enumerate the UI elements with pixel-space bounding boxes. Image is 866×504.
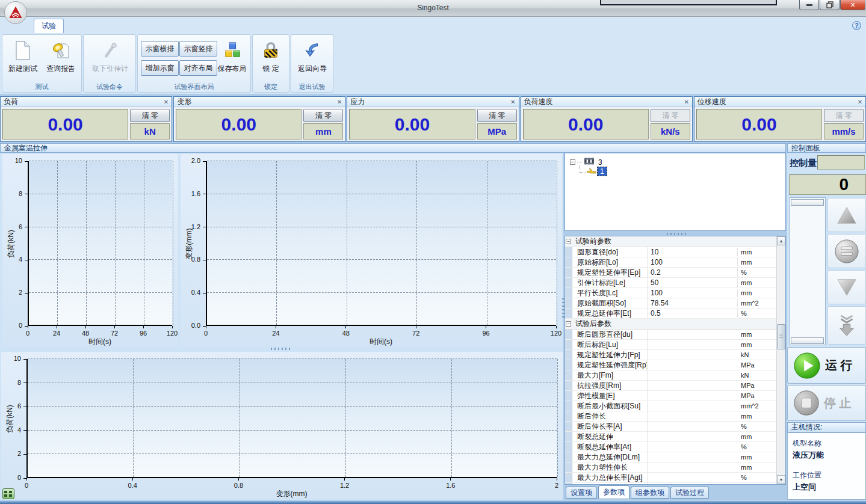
tab-settings[interactable]: 设置项 — [566, 487, 597, 499]
speed-slider-track[interactable] — [790, 197, 826, 345]
close-icon[interactable]: ✕ — [337, 99, 342, 105]
param-row[interactable]: 断后伸长率[A]% — [565, 422, 776, 432]
ribbon-group-label: 试验界面布局 — [138, 82, 250, 91]
param-row[interactable]: 规定总延伸率[Et]0.5% — [565, 309, 776, 319]
close-icon[interactable]: ✕ — [858, 99, 862, 105]
param-value[interactable]: 10 — [648, 248, 738, 256]
app-logo-button[interactable] — [4, 1, 27, 24]
align-layout-button[interactable]: 对齐布局 — [179, 60, 217, 76]
param-group-header[interactable]: −试验后参数 — [565, 319, 776, 330]
param-row[interactable]: 规定塑性延伸强度[Rp]MPa — [565, 360, 776, 370]
scroll-up-button[interactable]: ▲ — [777, 236, 785, 245]
param-row[interactable]: 引伸计标距[Le]50mm — [565, 278, 776, 288]
add-window-button[interactable]: 增加示窗 — [141, 60, 179, 76]
param-row[interactable]: 平行长度[Lc]100mm — [565, 288, 776, 298]
new-test-button[interactable]: 新建测试 — [4, 37, 42, 84]
hold-button[interactable] — [827, 234, 866, 268]
scroll-thumb[interactable] — [777, 324, 785, 349]
layout-grid-icon[interactable] — [2, 488, 14, 499]
param-row[interactable]: 断后最小截面积[Su]mm^2 — [565, 401, 776, 411]
tree-root-row[interactable]: − 3 — [570, 157, 604, 167]
query-report-button[interactable]: 查询报告 — [42, 37, 79, 84]
param-value[interactable]: 0.2 — [648, 268, 738, 277]
param-row[interactable]: 断裂总延伸率[At]% — [565, 442, 776, 452]
clear-button[interactable]: 清 零 — [477, 109, 517, 122]
minimize-button[interactable] — [799, 0, 819, 10]
jog-down-button[interactable] — [827, 270, 866, 304]
host-info: 机型名称 液压万能 工作位置 上空间 — [787, 432, 866, 500]
param-value[interactable]: 78.54 — [648, 299, 738, 307]
close-icon[interactable]: ✕ — [510, 99, 515, 105]
param-row[interactable]: 断裂总延伸mm — [565, 432, 776, 442]
collapse-icon[interactable]: − — [566, 321, 571, 327]
close-button[interactable]: ✕ — [840, 0, 865, 10]
tab-parameters[interactable]: 参数项 — [598, 485, 629, 499]
slider-thumb-bottom[interactable] — [791, 337, 824, 344]
param-value[interactable]: 100 — [648, 258, 738, 266]
tree-item-selected[interactable]: 1 — [580, 167, 607, 176]
horizontal-splitter[interactable] — [271, 348, 291, 350]
param-row[interactable]: 最大力总伸长率[Agt]% — [565, 473, 776, 483]
param-name: 原始标距[Lo] — [565, 257, 648, 268]
param-group-label: 试验前参数 — [575, 236, 611, 247]
clear-button[interactable]: 清 零 — [130, 109, 170, 122]
ribbon-group-test-command: 取下引伸计 试验命令 — [83, 34, 136, 93]
close-icon[interactable]: ✕ — [684, 99, 688, 105]
param-row[interactable]: 最大力[Fm]kN — [565, 370, 776, 381]
stop-button[interactable]: 停 止 — [787, 385, 866, 421]
param-row[interactable]: 最大力塑性伸长mm — [565, 463, 776, 473]
tab-test-process[interactable]: 试验过程 — [670, 487, 709, 499]
scroll-down-button[interactable]: ▼ — [777, 475, 785, 484]
slider-thumb-top[interactable] — [791, 199, 824, 206]
param-row[interactable]: 弹性模量[E]MPa — [565, 391, 776, 401]
parameter-panel: −试验前参数圆形直径[do]10mm原始标距[Lo]100mm规定塑性延伸率[E… — [564, 236, 786, 485]
fast-down-button[interactable] — [827, 306, 866, 345]
param-group-header[interactable]: −试验前参数 — [565, 236, 776, 247]
param-row[interactable]: 规定塑性延伸率[Ep]0.2% — [565, 268, 776, 278]
windows-horizontal-button[interactable]: 示窗横排 — [141, 41, 179, 57]
param-row[interactable]: 圆形直径[do]10mm — [565, 247, 776, 257]
jog-up-button[interactable] — [827, 198, 866, 232]
meter-value: 0.00 — [696, 109, 822, 140]
return-wizard-button[interactable]: 返回向导 — [294, 37, 331, 84]
run-button[interactable]: 运 行 — [787, 347, 866, 384]
lock-button[interactable]: 锁 定 — [254, 37, 288, 84]
param-row[interactable]: 最大力总延伸[DLm]mm — [565, 452, 776, 463]
param-row[interactable]: 断后标距[Lu]mm — [565, 340, 776, 350]
param-row[interactable]: 断后伸长mm — [565, 411, 776, 422]
clear-button[interactable]: 清 零 — [303, 109, 343, 122]
param-row[interactable]: 抗拉强度[Rm]MPa — [565, 381, 776, 391]
collapse-icon[interactable]: − — [570, 159, 575, 165]
meter-title-bar: 负荷✕ — [1, 97, 172, 107]
param-row[interactable]: 规定塑性延伸力[Fp]kN — [565, 350, 776, 360]
param-row[interactable]: 原始标距[Lo]100mm — [565, 257, 776, 268]
report-search-icon — [51, 38, 70, 63]
param-unit: MPa — [738, 392, 776, 399]
meter-side: 清 零mm — [303, 109, 343, 140]
help-icon[interactable]: ? — [852, 21, 861, 30]
param-row[interactable]: 断后圆形直径[du]mm — [565, 330, 776, 340]
tab-group-parameters[interactable]: 组参数项 — [631, 487, 669, 499]
param-row[interactable]: 原始截面积[So]78.54mm^2 — [565, 298, 776, 309]
param-value[interactable]: 100 — [648, 289, 738, 297]
control-quantity-input[interactable] — [817, 155, 865, 170]
collapse-icon[interactable]: − — [566, 239, 571, 244]
param-unit: % — [738, 310, 776, 317]
restore-icon — [826, 1, 834, 8]
meter-side: 清 零mm/s — [824, 109, 864, 140]
tree-root-label[interactable]: 3 — [596, 158, 604, 167]
selected-specimen[interactable]: 1 — [598, 167, 607, 176]
tree-param-splitter[interactable] — [667, 233, 687, 235]
close-icon[interactable]: ✕ — [164, 99, 169, 105]
meter-body: 0.00清 零kN — [1, 107, 172, 141]
param-value[interactable]: 0.5 — [648, 309, 738, 318]
x-tick-label: 1.6 — [441, 482, 461, 489]
meter-value: 0.00 — [523, 109, 649, 140]
save-layout-button[interactable]: 保存布局 — [215, 37, 249, 84]
tab-test[interactable]: 试验 — [34, 19, 64, 33]
param-value[interactable]: 50 — [648, 278, 738, 287]
chart-load-vs-deformation: 00.40.81.21.620246810变形(mm)负荷(kN) — [1, 352, 563, 499]
windows-vertical-button[interactable]: 示窗竖排 — [179, 41, 217, 57]
restore-button[interactable] — [820, 0, 840, 10]
scrollbar[interactable]: ▲ ▼ — [776, 236, 785, 484]
